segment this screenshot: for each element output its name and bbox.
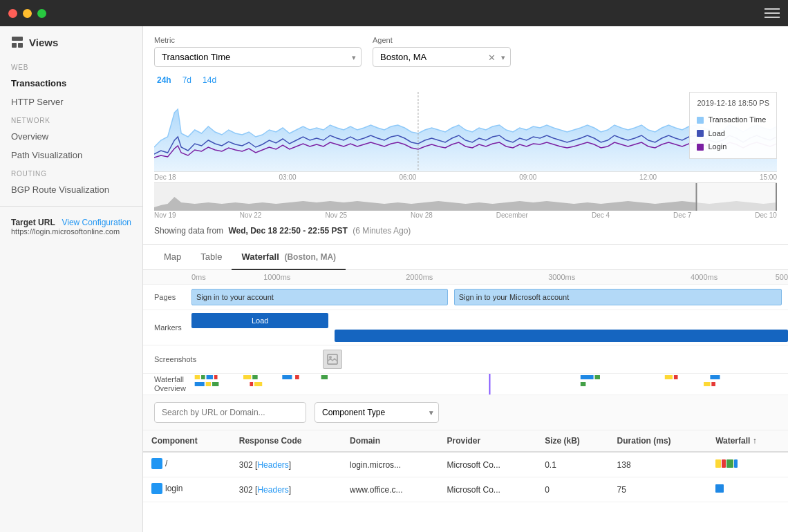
time-btn-14d[interactable]: 14d xyxy=(200,74,219,86)
wf-seg xyxy=(722,459,726,468)
chart-xaxis: Dec 18 03:00 06:00 09:00 12:00 15:00 xyxy=(154,171,777,182)
minimize-button[interactable] xyxy=(23,9,32,18)
tab-waterfall[interactable]: Waterfall (Boston, MA) xyxy=(232,245,346,270)
chart-tooltip: 2019-12-18 18:50 PS Transaction Time Loa… xyxy=(689,92,777,159)
component-icon-1 xyxy=(151,458,162,469)
cell-provider-1: Microsoft Co... xyxy=(438,452,536,477)
waterfall-section: Map Table Waterfall (Boston, MA) 0ms 100… xyxy=(143,245,788,502)
search-input[interactable] xyxy=(154,402,306,423)
sidebar-header: Views xyxy=(0,36,142,58)
timeline-ticks: 0ms 1000ms 2000ms 3000ms 4000ms 500 xyxy=(191,270,788,284)
svg-rect-14 xyxy=(243,375,251,379)
overview-svg xyxy=(154,183,777,211)
marker-bar-2[interactable] xyxy=(335,330,788,342)
section-routing: ROUTING xyxy=(0,164,142,180)
overview-chart[interactable] xyxy=(154,182,777,210)
svg-rect-31 xyxy=(711,382,715,386)
svg-rect-0 xyxy=(12,37,23,41)
sidebar-item-path-viz[interactable]: Path Visualization xyxy=(0,146,142,164)
titlebar xyxy=(0,0,788,26)
cell-domain-2: www.office.c... xyxy=(341,477,438,502)
component-table: Component Response Code Domain Provider … xyxy=(143,430,788,502)
marker-bar-load[interactable]: Load xyxy=(191,313,328,328)
table-row: / 302 [Headers] login.micros... Microsof… xyxy=(143,452,788,477)
filter-row: Component Type ▾ xyxy=(143,395,788,430)
wf-seg xyxy=(726,459,733,468)
metric-control: Metric Transaction Time xyxy=(154,36,362,67)
sidebar-item-overview[interactable]: Overview xyxy=(0,127,142,146)
col-domain: Domain xyxy=(341,430,438,452)
svg-rect-13 xyxy=(214,375,218,379)
agent-control: Agent Boston, MA ✕ xyxy=(373,36,511,67)
headers-link-1[interactable]: Headers xyxy=(257,460,288,470)
screenshot-thumbnail[interactable] xyxy=(323,350,342,369)
svg-rect-24 xyxy=(581,375,594,379)
component-icon-2 xyxy=(151,483,162,494)
window-controls[interactable] xyxy=(8,9,46,18)
metric-select[interactable]: Transaction Time xyxy=(154,47,362,67)
cell-provider-2: Microsoft Co... xyxy=(438,477,536,502)
data-note: Showing data from Wed, Dec 18 22:50 - 22… xyxy=(154,220,777,244)
svg-rect-18 xyxy=(321,375,328,379)
maximize-button[interactable] xyxy=(37,9,46,18)
main-chart[interactable]: 2019-12-18 18:50 PS Transaction Time Loa… xyxy=(154,92,777,171)
wf-bars-2 xyxy=(715,484,724,493)
svg-rect-28 xyxy=(710,375,720,379)
svg-rect-22 xyxy=(250,382,253,386)
hamburger-menu[interactable] xyxy=(764,8,780,18)
cell-size-1: 0.1 xyxy=(536,452,608,477)
tooltip-row-load: Load xyxy=(697,127,769,141)
svg-rect-23 xyxy=(254,382,262,386)
agent-label: Agent xyxy=(373,36,511,44)
sidebar-item-bgp[interactable]: BGP Route Visualization xyxy=(0,180,142,199)
pages-label: Pages xyxy=(143,293,191,301)
tooltip-row-transaction: Transaction Time xyxy=(697,113,769,127)
metric-select-wrapper: Transaction Time xyxy=(154,47,362,67)
markers-row: Markers Load xyxy=(143,310,788,345)
wf-overview-content[interactable] xyxy=(191,374,788,395)
timeline-header: 0ms 1000ms 2000ms 3000ms 4000ms 500 xyxy=(143,270,788,285)
close-button[interactable] xyxy=(8,9,17,18)
component-type-wrapper: Component Type ▾ xyxy=(315,402,439,423)
time-btn-24h[interactable]: 24h xyxy=(154,74,174,86)
views-label: Views xyxy=(29,37,58,48)
col-size: Size (kB) xyxy=(536,430,608,452)
time-btn-7d[interactable]: 7d xyxy=(180,74,194,86)
tab-map[interactable]: Map xyxy=(154,245,191,270)
cell-code-2: 302 [Headers] xyxy=(231,477,341,502)
cell-duration-1: 138 xyxy=(609,452,708,477)
wf-seg xyxy=(734,459,738,468)
wf-seg xyxy=(715,484,724,493)
cell-component-1: / xyxy=(143,452,231,477)
svg-rect-19 xyxy=(195,382,205,386)
sidebar-item-http-server[interactable]: HTTP Server xyxy=(0,93,142,111)
col-response-code: Response Code xyxy=(231,430,341,452)
time-range-buttons: 24h 7d 14d xyxy=(154,74,777,86)
tab-table[interactable]: Table xyxy=(191,245,232,270)
screenshots-label: Screenshots xyxy=(143,355,191,363)
headers-link-2[interactable]: Headers xyxy=(257,485,288,495)
tooltip-dot-login xyxy=(697,144,704,151)
cell-domain-1: login.micros... xyxy=(341,452,438,477)
markers-content[interactable]: Load xyxy=(191,310,788,345)
overview-xaxis: Nov 19 Nov 22 Nov 25 Nov 28 December Dec… xyxy=(154,210,777,220)
component-type-select[interactable]: Component Type xyxy=(315,402,439,423)
target-url-value: https://login.microsoftonline.com xyxy=(11,227,131,236)
sidebar-item-transactions[interactable]: Transactions xyxy=(0,74,142,93)
col-provider: Provider xyxy=(438,430,536,452)
svg-rect-26 xyxy=(665,375,673,379)
svg-rect-12 xyxy=(207,375,213,379)
section-web: WEB xyxy=(0,58,142,74)
agent-clear-button[interactable]: ✕ xyxy=(488,52,496,62)
target-url-label: Target URL xyxy=(11,218,55,227)
wf-overview-label: WaterfallOverview xyxy=(143,375,191,393)
wf-overview-svg xyxy=(191,374,788,395)
svg-rect-7 xyxy=(776,183,777,211)
page-bar-1[interactable]: Sign in to your account xyxy=(191,289,448,305)
pages-content[interactable]: Sign in to your account Sign in to your … xyxy=(191,285,788,310)
page-bar-2[interactable]: Sign in to your Microsoft account xyxy=(454,289,782,305)
markers-label: Markers xyxy=(143,323,191,332)
tooltip-dot-load xyxy=(697,130,704,137)
view-config-link[interactable]: View Configuration xyxy=(62,218,131,227)
sidebar-footer: Target URL View Configuration https://lo… xyxy=(0,206,142,247)
